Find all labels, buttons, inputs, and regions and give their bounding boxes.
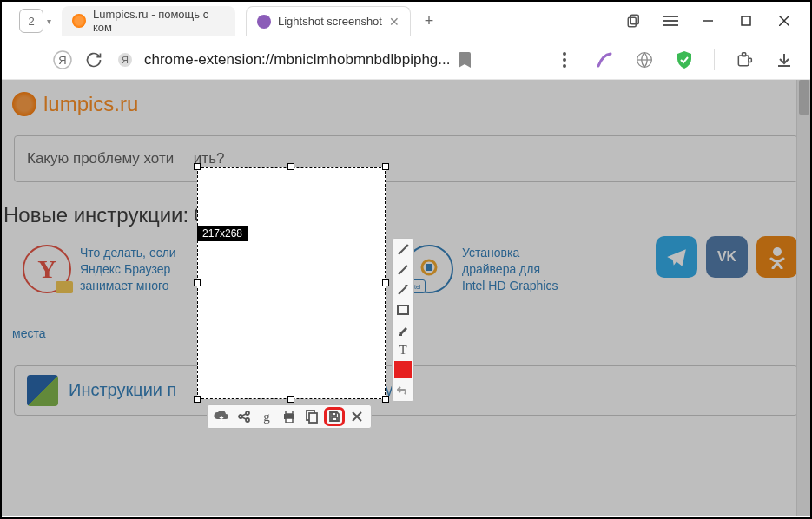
selection-dimensions-label: 217x268 [197,226,248,241]
svg-text:Я: Я [122,55,129,65]
minimize-button[interactable] [689,3,727,38]
svg-rect-43 [332,417,337,421]
tab-label: Lightshot screenshot [278,15,382,28]
bookmark-icon[interactable] [459,52,471,68]
shield-icon[interactable] [674,49,695,70]
site-icon[interactable]: Я [115,49,135,70]
globe-icon[interactable] [634,49,655,70]
resize-handle-se[interactable] [382,396,389,403]
svg-point-26 [406,245,409,247]
svg-line-36 [242,417,246,419]
extensions-icon[interactable] [734,49,755,70]
resize-handle-w[interactable] [194,279,201,286]
lightshot-extension-icon[interactable] [594,49,615,70]
address-bar: Я Я chrome-extension://mbniclmhobmnbdlbp… [2,40,810,80]
svg-rect-39 [286,418,293,423]
tab-lightshot[interactable]: Lightshot screenshot ✕ [246,6,411,36]
svg-point-13 [563,52,566,56]
color-picker-icon[interactable] [394,361,412,378]
page-content: lumpics.ru Какую проблему хоти----ить? Н… [2,80,810,516]
yandex-logo-icon[interactable]: Я [52,49,73,70]
menu-icon[interactable] [652,3,689,38]
close-button[interactable] [765,3,803,38]
svg-point-34 [246,418,249,422]
svg-rect-42 [332,412,336,416]
svg-rect-0 [630,15,638,24]
pen-tool-icon[interactable] [394,241,412,259]
close-selection-icon[interactable] [347,407,367,426]
svg-rect-20 [749,58,751,62]
line-tool-icon[interactable] [394,261,412,279]
svg-rect-18 [738,56,749,66]
upload-cloud-icon[interactable] [211,407,232,426]
google-search-icon[interactable]: g [256,407,277,426]
svg-rect-41 [309,413,317,423]
svg-text:Я: Я [58,54,66,67]
resize-handle-n[interactable] [287,163,294,170]
new-tab-button[interactable]: + [418,10,440,32]
svg-point-15 [563,64,566,68]
share-icon[interactable] [234,407,254,426]
svg-point-33 [246,411,249,415]
resize-handle-ne[interactable] [382,163,389,170]
svg-marker-29 [405,285,408,286]
resize-handle-s[interactable] [287,396,294,403]
text-tool-icon[interactable]: T [394,341,412,358]
kebab-menu-icon[interactable] [554,49,575,70]
arrow-tool-icon[interactable] [394,281,412,299]
svg-rect-1 [628,17,636,27]
tab-counter[interactable]: 2 [19,9,43,33]
copy-icon[interactable] [301,407,322,426]
browser-titlebar: 2 ▾ Lumpics.ru - помощь с ком Lightshot … [2,2,810,40]
svg-rect-6 [742,16,750,25]
close-icon[interactable]: ✕ [389,15,399,29]
favicon-lumpics [72,14,86,28]
resize-handle-e[interactable] [382,279,389,286]
copy-link-icon[interactable] [616,3,652,38]
resize-handle-nw[interactable] [194,163,201,170]
tab-lumpics[interactable]: Lumpics.ru - помощь с ком [62,6,235,36]
rectangle-tool-icon[interactable] [394,301,412,319]
tab-label: Lumpics.ru - помощь с ком [93,8,225,34]
svg-line-35 [242,414,246,416]
marker-tool-icon[interactable] [394,321,412,338]
svg-rect-19 [743,52,746,56]
url-text[interactable]: chrome-extension://mbniclmhobmnbdlbpiphg… [144,51,450,69]
svg-rect-38 [286,411,293,414]
reload-icon[interactable] [83,49,104,70]
svg-point-32 [239,415,242,418]
chevron-down-icon[interactable]: ▾ [47,16,51,26]
downloads-icon[interactable] [774,49,795,70]
lightshot-selection[interactable] [197,167,386,399]
svg-rect-30 [398,305,408,314]
svg-line-28 [399,286,406,294]
svg-point-14 [563,58,566,62]
save-icon[interactable] [324,407,345,426]
lightshot-vertical-toolbar: T [392,238,414,402]
undo-tool-icon[interactable] [394,381,412,398]
maximize-button[interactable] [727,3,765,38]
svg-line-27 [399,266,407,274]
resize-handle-sw[interactable] [194,396,201,403]
lightshot-horizontal-toolbar: g [207,404,372,429]
favicon-lightshot [257,15,271,29]
print-icon[interactable] [279,407,300,426]
